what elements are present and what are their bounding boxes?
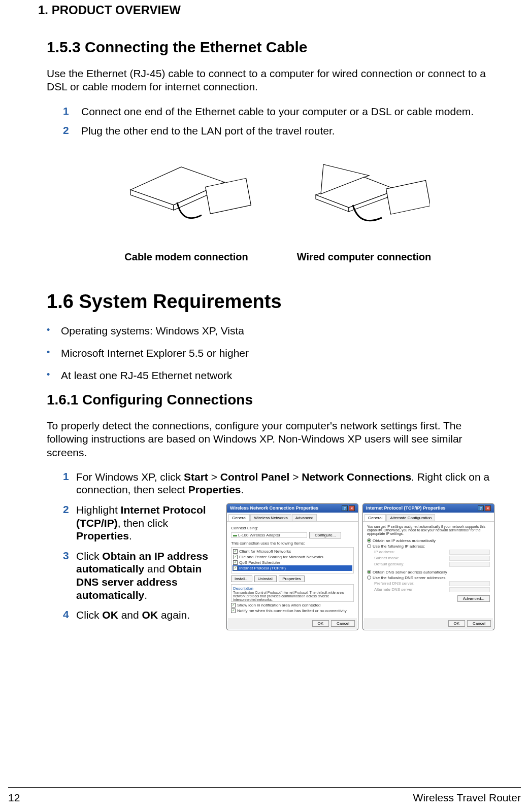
- checkbox-icon[interactable]: ✓: [233, 555, 238, 559]
- page-number: 12: [8, 792, 20, 804]
- ok-button[interactable]: OK: [448, 620, 466, 627]
- figure-caption: Wired computer connection: [297, 251, 431, 263]
- radio-icon[interactable]: [367, 570, 371, 574]
- dialog-network-connection-properties: Wireless Network Connection Properties ?…: [226, 503, 358, 630]
- use-dns-label: Use the following DNS server addresses:: [373, 576, 447, 580]
- cancel-button[interactable]: Cancel: [467, 620, 491, 627]
- close-icon[interactable]: ×: [485, 505, 491, 511]
- tab-wireless-networks[interactable]: Wireless Networks: [250, 514, 291, 521]
- tab-general[interactable]: General: [365, 514, 386, 521]
- list-item[interactable]: ✓File and Printer Sharing for Microsoft …: [233, 554, 352, 560]
- help-icon[interactable]: ?: [342, 505, 348, 511]
- install-button[interactable]: Install...: [231, 576, 252, 582]
- step-item: 4 Click OK and OK again.: [63, 608, 220, 622]
- tab-general[interactable]: General: [228, 514, 250, 521]
- list-item[interactable]: ✓Client for Microsoft Networks: [233, 549, 352, 554]
- ip-address-field: [449, 550, 490, 555]
- step-text: Plug the other end to the LAN port of th…: [81, 124, 504, 138]
- figure-wired-computer: Wired computer connection: [293, 152, 435, 263]
- bullet-marker: •: [47, 325, 61, 337]
- dialog-title-text: Wireless Network Connection Properties: [230, 505, 318, 511]
- obtain-dns-label: Obtain DNS server address automatically: [373, 570, 447, 574]
- dialog-tcpip-properties: Internet Protocol (TCP/IP) Properties ? …: [362, 503, 494, 630]
- notify-label: Notify me when this connection has limit…: [237, 608, 347, 613]
- checkbox-icon[interactable]: ✓: [233, 560, 238, 565]
- radio-icon[interactable]: [367, 544, 371, 548]
- section-heading-16: 1.6 System Requirements: [47, 291, 504, 313]
- checkbox-icon[interactable]: ✓: [233, 566, 238, 570]
- cancel-button[interactable]: Cancel: [331, 620, 355, 627]
- help-icon[interactable]: ?: [478, 505, 484, 511]
- list-item: •Microsoft Internet Explorer 5.5 or high…: [47, 347, 504, 359]
- step-number: 2: [63, 503, 76, 543]
- tab-alternate[interactable]: Alternate Configuration: [386, 514, 435, 521]
- step-number: 1: [63, 105, 81, 118]
- use-ip-label: Use the following IP address:: [373, 544, 425, 549]
- description-title: Description: [233, 586, 352, 591]
- description-text: Transmission Control Protocol/Internet P…: [233, 591, 352, 601]
- list-item-selected[interactable]: ✓Internet Protocol (TCP/IP): [233, 565, 352, 571]
- step-number: 3: [63, 550, 76, 601]
- dialog-body: Connect using: ▬ L-100 Wireless Adapter …: [227, 522, 358, 621]
- tab-advanced[interactable]: Advanced: [292, 514, 317, 521]
- step-text: Click OK and OK again.: [76, 608, 220, 622]
- description-box: Description Transmission Control Protoco…: [231, 584, 354, 602]
- bullet-marker: •: [47, 347, 61, 359]
- requirement-text: At least one RJ-45 Ethernet network: [61, 369, 232, 382]
- step-item: 3 Click Obtain an IP address automatical…: [63, 550, 220, 601]
- intro-text: You can get IP settings assigned automat…: [367, 525, 490, 535]
- list-item[interactable]: ✓QoS Packet Scheduler: [233, 560, 352, 565]
- chapter-header: 1. PRODUCT OVERVIEW: [15, 0, 514, 17]
- requirements-list: •Operating systems: Windows XP, Vista •M…: [47, 325, 504, 382]
- ip-address-label: IP address:: [374, 550, 394, 554]
- connect-using-label: Connect using:: [231, 526, 354, 530]
- radio-icon[interactable]: [367, 538, 371, 543]
- ok-button[interactable]: OK: [312, 620, 329, 627]
- pref-dns-label: Preferred DNS server:: [374, 581, 414, 586]
- step-item: 1 For Windows XP, click Start > Control …: [63, 470, 504, 496]
- cable-modem-illustration: [115, 152, 257, 248]
- svg-rect-1: [386, 181, 430, 215]
- dialog-titlebar: Internet Protocol (TCP/IP) Properties ? …: [363, 504, 494, 513]
- checkbox-icon[interactable]: ✓: [233, 549, 238, 554]
- step-item: 2 Highlight Internet Protocol (TCP/IP), …: [63, 503, 220, 543]
- dialog-titlebar: Wireless Network Connection Properties ?…: [227, 504, 358, 513]
- pref-dns-field: [449, 581, 490, 586]
- checkbox-icon[interactable]: ✓: [231, 608, 236, 613]
- configure-button[interactable]: Configure...: [309, 532, 341, 538]
- step-item: 2 Plug the other end to the LAN port of …: [63, 124, 504, 138]
- alt-dns-label: Alternate DNS server:: [374, 587, 414, 592]
- adapter-icon: ▬: [233, 533, 237, 537]
- advanced-button[interactable]: Advanced...: [457, 595, 490, 602]
- items-list[interactable]: ✓Client for Microsoft Networks ✓File and…: [231, 547, 354, 573]
- obtain-ip-label: Obtain an IP address automatically: [373, 538, 436, 543]
- adapter-name: L-100 Wireless Adapter: [238, 533, 280, 537]
- page-footer: 12 Wireless Travel Router: [8, 792, 521, 804]
- checkbox-icon[interactable]: ✓: [231, 603, 236, 607]
- section-intro-153: Use the Ethernet (RJ-45) cable to connec…: [47, 67, 504, 94]
- section-heading-153: 1.5.3 Connecting the Ethernet Cable: [47, 39, 504, 56]
- alt-dns-field: [449, 587, 490, 592]
- dialog-body: You can get IP settings assigned automat…: [363, 522, 494, 621]
- show-icon-label: Show icon in notification area when conn…: [237, 603, 321, 607]
- properties-button[interactable]: Properties: [279, 576, 304, 582]
- subnet-field: [449, 556, 490, 561]
- gateway-label: Default gateway:: [374, 562, 405, 566]
- step-text: Connect one end of the Ethernet cable to…: [81, 105, 504, 118]
- section-heading-161: 1.6.1 Configuring Connections: [47, 392, 504, 408]
- uninstall-button[interactable]: Uninstall: [254, 576, 277, 582]
- step-item: 1 Connect one end of the Ethernet cable …: [63, 105, 504, 118]
- close-icon[interactable]: ×: [349, 505, 355, 511]
- items-label: This connection uses the following items…: [231, 541, 354, 546]
- product-name: Wireless Travel Router: [413, 792, 521, 804]
- requirement-text: Microsoft Internet Explorer 5.5 or highe…: [61, 347, 249, 359]
- list-item: •Operating systems: Windows XP, Vista: [47, 325, 504, 337]
- steps-161: 1 For Windows XP, click Start > Control …: [47, 470, 504, 496]
- dialog-tabs: General Alternate Configuration: [363, 513, 494, 522]
- steps-161-left: 2 Highlight Internet Protocol (TCP/IP), …: [63, 503, 220, 622]
- radio-icon[interactable]: [367, 576, 371, 580]
- subnet-label: Subnet mask:: [374, 556, 399, 560]
- step-number: 1: [63, 470, 76, 496]
- figure-caption: Cable modem connection: [124, 251, 248, 263]
- gateway-field: [449, 562, 490, 567]
